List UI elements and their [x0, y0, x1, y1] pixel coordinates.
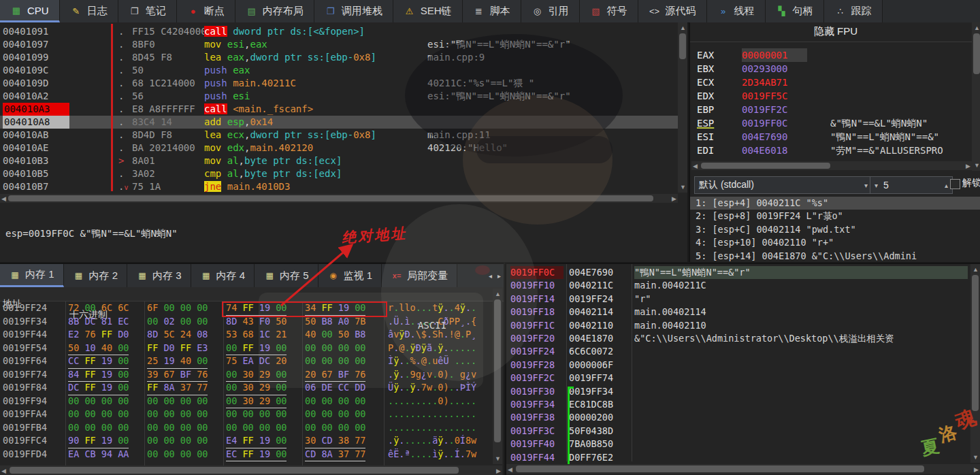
- tab-内存 1[interactable]: ▦内存 1: [0, 264, 64, 287]
- dump-row[interactable]: 0019FF64CC FF 19 0025 19 40 0075 EA DC 2…: [0, 355, 491, 368]
- register-row[interactable]: EDX0019FF5C: [690, 89, 980, 103]
- tab-scroll-buttons[interactable]: ◂▸: [486, 264, 504, 287]
- dump-byte-group: 00 00 00 00: [305, 342, 365, 355]
- dump-row[interactable]: 0019FF9400 00 00 0000 00 00 0000 30 29 0…: [0, 395, 491, 408]
- dump-hscrollbar[interactable]: ◀ ▶: [0, 465, 502, 475]
- tab-线程[interactable]: »线程: [707, 0, 766, 22]
- dump-row[interactable]: 0019FF84DC FF 19 00FF 8A 37 7700 30 29 0…: [0, 381, 491, 395]
- tab-脚本[interactable]: ≣脚本: [463, 0, 521, 22]
- register-row[interactable]: ESP0019FF0C&"鴨N"==&L"蛸N蛸N": [690, 116, 980, 130]
- tab-局部变量[interactable]: x=局部变量: [382, 264, 457, 287]
- tab-SEH链[interactable]: ⚠SEH链: [393, 0, 463, 22]
- dump-row[interactable]: 0019FFC490 FF 19 0000 00 00 00E4 FF 19 0…: [0, 434, 491, 448]
- disasm-row[interactable]: 004010A3.E8 A8FFFFFFcall <main._fscanf>: [0, 103, 686, 116]
- register-name: EAX: [697, 48, 732, 62]
- stack-row[interactable]: 0019FF100040211Cmain.0040211C: [506, 279, 970, 292]
- dump-row[interactable]: 0019FFA400 00 00 0000 00 00 0000 00 00 0…: [0, 408, 491, 421]
- tab-内存 4[interactable]: ▦内存 4: [191, 264, 255, 287]
- tab-断点[interactable]: ●断点: [177, 0, 235, 22]
- tab-CPU[interactable]: ▦CPU: [0, 0, 60, 22]
- tab-内存 5[interactable]: ▦内存 5: [255, 264, 318, 287]
- tab-内存 3[interactable]: ▦内存 3: [127, 264, 191, 287]
- disasm-row[interactable]: 0040109C.50push eax: [0, 64, 686, 77]
- argument-row[interactable]: 3: [esp+C] 00402114 "pwd.txt": [690, 223, 980, 236]
- disassembly-panel[interactable]: 00401091.FF15 C4204000call dword ptr ds:…: [0, 22, 687, 262]
- tab-内存 2[interactable]: ▦内存 2: [64, 264, 128, 287]
- tab-引用[interactable]: ◎引用: [521, 0, 580, 22]
- argument-row[interactable]: 5: [esp+14] 004E1870 &"C:\\Users\\Admini: [690, 250, 980, 263]
- argument-row[interactable]: 2: [esp+8] 0019FF24 L"r菉o": [690, 210, 980, 223]
- disasm-row[interactable]: 004010A8.83C4 14add esp,0x14: [0, 116, 686, 129]
- stack-row[interactable]: 0019FF2C0019FF74: [506, 372, 970, 384]
- stack-row[interactable]: 0019FF3C50F0438D: [506, 425, 970, 438]
- register-row[interactable]: EBX00293000: [690, 62, 980, 76]
- register-row[interactable]: EAX00000001: [690, 48, 980, 62]
- tab-scroll-left-icon[interactable]: ◂: [486, 272, 495, 280]
- stack-row[interactable]: 0019FF407BA0B850: [506, 438, 970, 451]
- disasm-row[interactable]: 004010AE.BA 20214000mov edx,main.4021204…: [0, 142, 686, 154]
- stack-vscrollbar[interactable]: ▲ ▼: [970, 264, 980, 463]
- tab-监视 1[interactable]: ◉监视 1: [318, 264, 382, 287]
- registers-hscrollbar[interactable]: ◀ ▶: [691, 161, 972, 170]
- disasm-row[interactable]: 004010B7.v75 1Ajne main.4010D3: [0, 180, 686, 193]
- tab-label: 引用: [549, 5, 569, 18]
- stack-row[interactable]: 0019FF1800402114main.00402114: [506, 306, 970, 318]
- stack-row[interactable]: 0019FF1C00402110main.00402110: [506, 319, 970, 332]
- dump-row[interactable]: 0019FF348B DC 81 EC00 02 00 008D 43 F0 5…: [0, 315, 491, 329]
- dump-row[interactable]: 0019FFB400 00 00 0000 00 00 0000 00 00 0…: [0, 421, 491, 435]
- stack-row[interactable]: 0019FF0C004E7690"鴨N"==L"蛸N蛸N"==&"r": [506, 266, 970, 279]
- disasm-row[interactable]: 004010B3>8A01mov al,byte ptr ds:[ecx]: [0, 154, 686, 167]
- stack-panel[interactable]: 0019FF0C004E7690"鴨N"==L"蛸N蛸N"==&"r"0019F…: [505, 263, 980, 475]
- tab-句柄[interactable]: ▚句柄: [766, 0, 824, 22]
- disasm-row[interactable]: 00401099.8D45 F8lea eax,dword ptr ss:[eb…: [0, 51, 686, 64]
- stack-address: 0019FF40: [510, 438, 564, 451]
- dump-vscrollbar[interactable]: ▲ ▼: [493, 289, 502, 464]
- argument-row[interactable]: 1: [esp+4] 0040211C "%s": [690, 197, 980, 210]
- tab-跟踪[interactable]: ∴跟踪: [824, 0, 883, 22]
- instruction-text: lea eax,dword ptr ss:[ebp-0x8]: [204, 51, 426, 64]
- stack-row[interactable]: 0019FF140019FF24"r": [506, 293, 970, 306]
- registers-vscrollbar[interactable]: ▲ ▼: [972, 22, 980, 171]
- dump-row[interactable]: 0019FF2472 00 6C 6C6F 00 00 0074 FF 19 0…: [0, 301, 491, 315]
- dump-row[interactable]: 0019FF7484 FF 19 0039 67 BF 7600 30 29 0…: [0, 368, 491, 382]
- register-row[interactable]: ESI004E7690"鴨N"==L"蛸N蛸N"==&": [690, 130, 980, 144]
- chevron-down-icon[interactable]: ▾: [875, 182, 878, 189]
- disasm-row[interactable]: 00401091.FF15 C4204000call dword ptr ds:…: [0, 25, 686, 38]
- memory-dump-panel[interactable]: ▦内存 1▦内存 2▦内存 3▦内存 4▦内存 5◉监视 1x=局部变量◂▸ 地…: [0, 263, 504, 475]
- tab-调用堆栈[interactable]: ❐调用堆栈: [314, 0, 393, 22]
- tab-符号[interactable]: ▧符号: [580, 0, 638, 22]
- stack-row[interactable]: 0019FF20004E1870&"C:\\Users\\Administrat…: [506, 332, 970, 345]
- tab-scroll-right-icon[interactable]: ▸: [495, 272, 504, 280]
- arg-count-spinner[interactable]: ▾ 5 ▴: [870, 176, 953, 194]
- tab-日志[interactable]: ✎日志: [60, 0, 118, 22]
- disasm-row[interactable]: 0040109D.68 1C214000push main.40211C4021…: [0, 77, 686, 90]
- stack-row[interactable]: 0019FF280000006F: [506, 359, 970, 372]
- disasm-row[interactable]: 004010AB.8D4D F8lea ecx,dword ptr ss:[eb…: [0, 129, 686, 142]
- stack-row[interactable]: 0019FF34EC81DC8B: [506, 398, 970, 411]
- stack-row[interactable]: 0019FF3800000200: [506, 411, 970, 424]
- unlock-checkbox[interactable]: [950, 179, 960, 189]
- stack-row[interactable]: 0019FF44D0FF76E2: [506, 451, 970, 464]
- register-row[interactable]: EBP0019FF2C: [690, 103, 980, 116]
- stack-row[interactable]: 0019FF300019FF34: [506, 385, 970, 398]
- stack-row[interactable]: 0019FF246C6C0072: [506, 345, 970, 358]
- tab-内存布局[interactable]: ▤内存布局: [235, 0, 314, 22]
- tab-源代码[interactable]: <>源代码: [638, 0, 707, 22]
- dump-row[interactable]: 0019FFD4EA CB 94 AA00 00 00 00EC FF 19 0…: [0, 448, 491, 461]
- argument-row[interactable]: 4: [esp+10] 00402110 "r+": [690, 236, 980, 249]
- calling-convention-select[interactable]: 默认 (stdcall) ▾: [694, 176, 872, 194]
- disasm-hscrollbar[interactable]: ◀ ▶: [0, 194, 678, 203]
- register-row[interactable]: EDI004E6018"劳M"==&"ALLUSERSPRO: [690, 144, 980, 157]
- chevron-up-icon[interactable]: ▴: [945, 182, 948, 189]
- disasm-row[interactable]: 00401097.8BF0mov esi,eaxesi:"鴨N"==L"蛸N蛸N…: [0, 38, 686, 51]
- stack-hscrollbar[interactable]: ◀ ▶: [506, 464, 980, 474]
- disasm-row[interactable]: 004010A2.56push esiesi:"鴨N"==L"蛸N蛸N"==&"…: [0, 90, 686, 103]
- disasm-vscrollbar[interactable]: ▲ ▼: [678, 22, 687, 193]
- dump-row[interactable]: 0019FF44E2 76 FF D08D 5C 24 0853 68 1C 2…: [0, 328, 491, 342]
- registers-panel[interactable]: 隐藏 FPU EAX00000001EBX00293000ECX2D34AB71…: [689, 22, 980, 262]
- disasm-row[interactable]: 004010B5.3A02cmp al,byte ptr ds:[edx]: [0, 167, 686, 180]
- tab-笔记[interactable]: ❐笔记: [118, 0, 177, 22]
- register-row[interactable]: ECX2D34AB71: [690, 76, 980, 89]
- hide-fpu-button[interactable]: 隐藏 FPU: [690, 25, 980, 38]
- dump-row[interactable]: 0019FF5450 10 40 00FF D0 FF E300 FF 19 0…: [0, 342, 491, 355]
